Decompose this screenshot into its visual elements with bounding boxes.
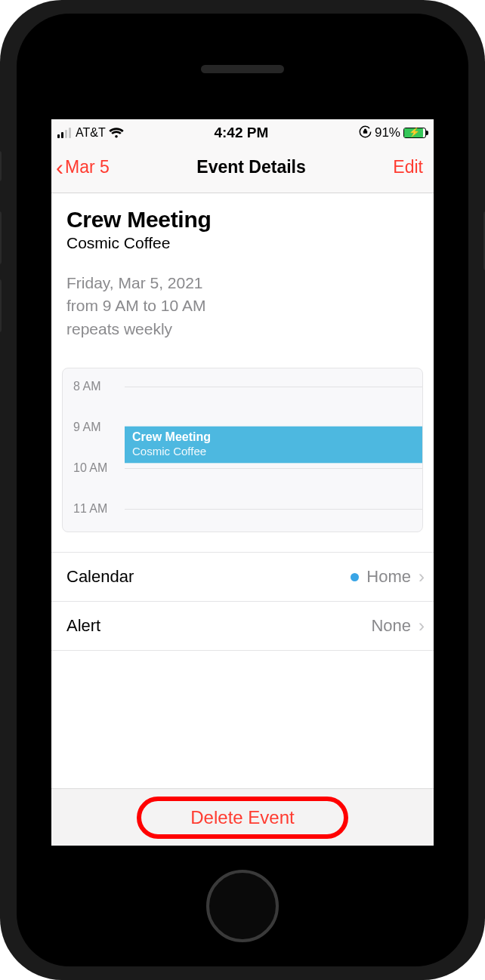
chevron-right-icon: › bbox=[419, 615, 425, 636]
status-time: 4:42 PM bbox=[214, 125, 268, 141]
wifi-icon bbox=[109, 128, 124, 139]
timeline-event-block[interactable]: Crew Meeting Cosmic Coffee bbox=[125, 426, 422, 464]
event-location: Cosmic Coffee bbox=[66, 234, 419, 252]
back-label: Mar 5 bbox=[65, 157, 110, 177]
edit-button[interactable]: Edit bbox=[393, 157, 423, 177]
calendar-color-dot-icon bbox=[351, 573, 359, 581]
event-header: Crew Meeting Cosmic Coffee bbox=[51, 193, 434, 255]
alert-row-label: Alert bbox=[66, 616, 100, 636]
chevron-right-icon: › bbox=[419, 566, 425, 587]
phone-frame: AT&T 4:42 PM 91% ⚡ ‹ Mar bbox=[0, 0, 485, 980]
timeline-hour-label: 9 AM bbox=[73, 421, 100, 434]
cellular-signal-icon bbox=[57, 128, 71, 138]
event-title: Crew Meeting bbox=[66, 207, 419, 233]
timeline-hour-label: 8 AM bbox=[73, 380, 100, 393]
timeline-hour-row: 8 AM bbox=[63, 387, 422, 427]
calendar-row-value: Home bbox=[366, 567, 411, 587]
event-repeat-line: repeats weekly bbox=[66, 318, 419, 341]
mini-timeline[interactable]: 8 AM 9 AM 10 AM 11 AM bbox=[62, 368, 423, 532]
event-time-block: Friday, Mar 5, 2021 from 9 AM to 10 AM r… bbox=[51, 255, 434, 341]
calendar-row[interactable]: Calendar Home › bbox=[51, 553, 434, 602]
rotation-lock-icon bbox=[359, 125, 372, 140]
timeline-hour-row: 10 AM bbox=[63, 468, 422, 509]
alert-row[interactable]: Alert None › bbox=[51, 602, 434, 651]
settings-rows: Calendar Home › Alert None › bbox=[51, 552, 434, 651]
home-button[interactable] bbox=[206, 870, 279, 942]
phone-bezel: AT&T 4:42 PM 91% ⚡ ‹ Mar bbox=[17, 14, 468, 966]
timeline-hour-label: 10 AM bbox=[73, 461, 107, 475]
timeline-event-sub: Cosmic Coffee bbox=[132, 445, 415, 459]
battery-percent: 91% bbox=[375, 125, 400, 140]
alert-row-value: None bbox=[371, 616, 411, 636]
event-date-line: Friday, Mar 5, 2021 bbox=[66, 272, 419, 294]
volume-down-button bbox=[0, 279, 2, 332]
volume-up-button bbox=[0, 211, 2, 264]
mute-switch bbox=[0, 151, 2, 181]
timeline-event-title: Crew Meeting bbox=[132, 430, 415, 445]
status-bar: AT&T 4:42 PM 91% ⚡ bbox=[51, 119, 434, 146]
speaker-grille bbox=[201, 65, 284, 73]
carrier-label: AT&T bbox=[76, 126, 106, 140]
nav-bar: ‹ Mar 5 Event Details Edit bbox=[51, 146, 434, 193]
calendar-row-label: Calendar bbox=[66, 567, 134, 587]
screen: AT&T 4:42 PM 91% ⚡ ‹ Mar bbox=[51, 119, 434, 846]
footer-bar: Delete Event bbox=[51, 788, 434, 846]
content-area: Crew Meeting Cosmic Coffee Friday, Mar 5… bbox=[51, 193, 434, 846]
back-button[interactable]: ‹ Mar 5 bbox=[56, 157, 110, 177]
timeline-hour-label: 11 AM bbox=[73, 502, 107, 516]
timeline-hour-row: 11 AM bbox=[63, 509, 422, 532]
event-time-line: from 9 AM to 10 AM bbox=[66, 294, 419, 317]
page-title: Event Details bbox=[196, 157, 305, 177]
delete-event-button[interactable]: Delete Event bbox=[163, 801, 321, 834]
battery-icon: ⚡ bbox=[403, 128, 426, 138]
